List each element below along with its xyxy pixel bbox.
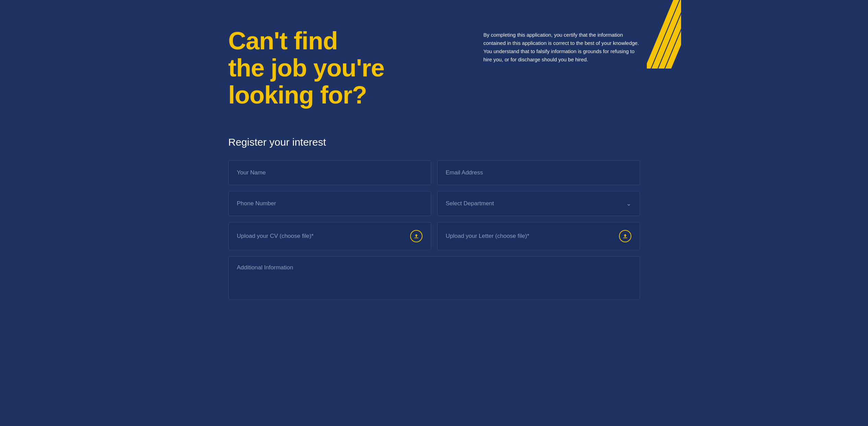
headline-line1: Can't find — [228, 27, 338, 54]
upload-cv-field[interactable]: Upload your CV (choose file)* — [228, 222, 431, 250]
upload-letter-field[interactable]: Upload your Letter (choose file)* — [437, 222, 640, 250]
form-grid: Select Department IT HR Finance Marketin… — [228, 160, 640, 300]
disclaimer-text: By completing this application, you cert… — [484, 31, 640, 64]
page-headline: Can't find the job you're looking for? — [228, 27, 455, 109]
upload-cv-label: Upload your CV (choose file)* — [237, 233, 314, 240]
upload-letter-label: Upload your Letter (choose file)* — [446, 233, 530, 240]
corner-decoration — [647, 0, 681, 69]
upload-arrow-icon-letter — [622, 233, 628, 239]
upload-arrow-icon — [413, 233, 419, 239]
phone-number-field[interactable] — [228, 191, 431, 216]
your-name-input[interactable] — [237, 169, 423, 176]
additional-info-field[interactable] — [228, 256, 640, 300]
form-section: Register your interest Select Department… — [228, 136, 640, 300]
select-department-wrapper: Select Department IT HR Finance Marketin… — [446, 200, 631, 207]
additional-info-textarea[interactable] — [237, 264, 631, 292]
hero-headline: Can't find the job you're looking for? — [228, 27, 455, 109]
email-address-field[interactable] — [437, 160, 640, 185]
headline-line2: the job you're — [228, 54, 384, 82]
select-department-input[interactable]: Select Department IT HR Finance Marketin… — [446, 200, 631, 207]
phone-number-input[interactable] — [237, 200, 423, 207]
upload-letter-icon — [619, 230, 631, 242]
hero-disclaimer: By completing this application, you cert… — [484, 27, 640, 64]
select-department-field[interactable]: Select Department IT HR Finance Marketin… — [437, 191, 640, 216]
form-section-title: Register your interest — [228, 136, 640, 148]
headline-line3: looking for? — [228, 81, 367, 109]
email-address-input[interactable] — [446, 169, 631, 176]
upload-cv-icon — [410, 230, 423, 242]
your-name-field[interactable] — [228, 160, 431, 185]
hero-section: Can't find the job you're looking for? B… — [228, 14, 640, 109]
